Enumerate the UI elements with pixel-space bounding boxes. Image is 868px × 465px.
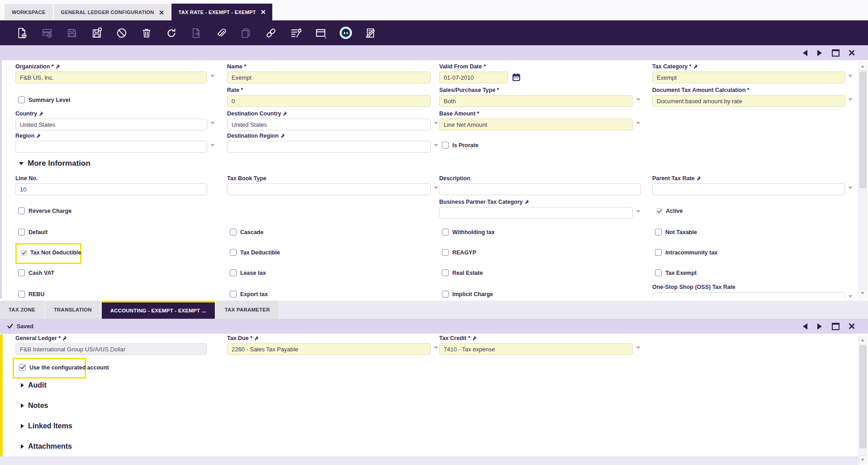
lease-tax-checkbox[interactable] bbox=[230, 269, 237, 276]
scroll-down-icon[interactable] bbox=[859, 289, 866, 297]
checkbox-intracommunity-tax[interactable]: Intracommunity tax bbox=[655, 249, 717, 256]
link-icon[interactable] bbox=[473, 336, 478, 341]
scroll-up-icon[interactable] bbox=[859, 62, 866, 71]
tab-tax-parameter[interactable]: TAX PARAMETER bbox=[216, 301, 279, 319]
link-button[interactable] bbox=[264, 26, 278, 40]
scroll-down-icon[interactable] bbox=[859, 455, 866, 464]
sales-purchase-picker-icon[interactable] bbox=[636, 98, 640, 101]
checkbox-implicit-charge[interactable]: Implicit Charge bbox=[442, 291, 493, 297]
oss-tax-rate-input[interactable] bbox=[652, 292, 845, 299]
link-icon[interactable] bbox=[37, 134, 42, 139]
section-audit[interactable]: Audit bbox=[21, 381, 47, 389]
upper-scrollbar[interactable] bbox=[859, 62, 867, 297]
checkbox-summary-level[interactable]: Summary Level bbox=[18, 96, 70, 103]
close-form-icon[interactable] bbox=[849, 50, 854, 56]
name-input[interactable]: Exempt bbox=[227, 72, 431, 83]
preferences-button[interactable] bbox=[289, 26, 303, 40]
scrollbar-thumb[interactable] bbox=[860, 72, 866, 188]
tax-deductible-checkbox[interactable] bbox=[230, 249, 237, 256]
implicit-charge-checkbox[interactable] bbox=[442, 291, 449, 297]
destination-region-input[interactable] bbox=[227, 141, 431, 153]
checkbox-tax-exempt[interactable]: Tax Exempt bbox=[655, 269, 697, 276]
not-taxable-checkbox[interactable] bbox=[655, 229, 662, 235]
scrollbar-thumb[interactable] bbox=[860, 345, 866, 448]
tab-tax-rate[interactable]: TAX RATE - EXEMPT - EXEMPT bbox=[171, 4, 272, 20]
tab-accounting[interactable]: ACCOUNTING - EXEMPT - EXEMPT ... bbox=[102, 301, 215, 319]
close-tab-icon[interactable] bbox=[261, 10, 265, 14]
doc-tax-calc-input[interactable]: Document based amount by rate bbox=[652, 95, 845, 107]
checkbox-use-configurated-account[interactable]: Use the configurated account bbox=[19, 364, 109, 371]
valid-from-date-input[interactable]: 01-07-2010 bbox=[439, 72, 508, 83]
is-prorate-checkbox[interactable] bbox=[442, 142, 449, 149]
lower-scrollbar[interactable] bbox=[859, 336, 867, 464]
country-picker-icon[interactable] bbox=[210, 122, 215, 125]
checkbox-active[interactable]: Active bbox=[656, 208, 683, 214]
checkbox-export-tax[interactable]: Export tax bbox=[230, 291, 268, 297]
tax-not-deductible-checkbox[interactable] bbox=[21, 250, 27, 256]
sales-purchase-type-input[interactable]: Both bbox=[439, 95, 633, 107]
rebu-checkbox[interactable] bbox=[18, 291, 25, 297]
scroll-up-icon[interactable] bbox=[859, 336, 866, 345]
destination-region-picker-icon[interactable] bbox=[434, 144, 438, 147]
doc-tax-calc-picker-icon[interactable] bbox=[848, 98, 853, 101]
reagyp-checkbox[interactable] bbox=[442, 249, 449, 256]
intracommunity-tax-checkbox[interactable] bbox=[655, 249, 662, 256]
export-button[interactable] bbox=[190, 26, 203, 40]
tax-book-type-input[interactable] bbox=[227, 183, 431, 195]
oss-tax-rate-picker-icon[interactable] bbox=[848, 295, 853, 298]
checkbox-real-estate[interactable]: Real Estate bbox=[442, 269, 483, 276]
parent-tax-rate-picker-icon[interactable] bbox=[848, 187, 853, 189]
maximize-icon[interactable] bbox=[832, 49, 840, 57]
organization-input[interactable]: F&B US, Inc. bbox=[15, 72, 207, 83]
checkbox-default[interactable]: Default bbox=[18, 229, 47, 235]
tax-due-input[interactable]: 2260 - Sales Tax Payable bbox=[227, 343, 431, 355]
link-icon[interactable] bbox=[39, 111, 44, 116]
previous-record-icon[interactable] bbox=[803, 50, 807, 56]
real-estate-checkbox[interactable] bbox=[442, 269, 449, 276]
tax-credit-picker-icon[interactable] bbox=[636, 346, 640, 349]
organization-picker-icon[interactable] bbox=[210, 75, 215, 77]
calendar-icon[interactable] bbox=[512, 73, 521, 83]
clone-button[interactable] bbox=[239, 26, 253, 40]
rate-input[interactable]: 0 bbox=[227, 95, 431, 107]
export-tax-checkbox[interactable] bbox=[230, 291, 237, 297]
tab-general-ledger-configuration[interactable]: GENERAL LEDGER CONFIGURATION bbox=[54, 4, 171, 20]
section-notes[interactable]: Notes bbox=[21, 402, 48, 410]
base-amount-picker-icon[interactable] bbox=[636, 122, 640, 125]
region-picker-icon[interactable] bbox=[210, 144, 215, 147]
tab-tax-zone[interactable]: TAX ZONE bbox=[0, 301, 44, 319]
tax-book-type-picker-icon[interactable] bbox=[434, 187, 438, 189]
checkbox-withholding-tax[interactable]: Withholding tax bbox=[442, 229, 495, 235]
next-record-icon[interactable] bbox=[817, 50, 822, 56]
country-input[interactable]: United States bbox=[15, 119, 207, 130]
delete-button[interactable] bbox=[140, 26, 153, 40]
withholding-tax-checkbox[interactable] bbox=[442, 229, 449, 235]
link-icon[interactable] bbox=[281, 134, 286, 139]
destination-country-picker-icon[interactable] bbox=[434, 122, 438, 125]
link-icon[interactable] bbox=[63, 336, 68, 341]
checkbox-reverse-charge[interactable]: Reverse Charge bbox=[18, 207, 71, 214]
close-form-icon[interactable] bbox=[849, 323, 854, 329]
bp-tax-category-picker-icon[interactable] bbox=[636, 210, 640, 213]
checkbox-reagyp[interactable]: REAGYP bbox=[442, 249, 476, 256]
cascade-checkbox[interactable] bbox=[230, 229, 237, 235]
previous-record-icon[interactable] bbox=[803, 323, 807, 330]
use-configurated-account-checkbox[interactable] bbox=[19, 364, 26, 371]
tax-category-input[interactable]: Exempt bbox=[652, 72, 845, 83]
register-button[interactable] bbox=[364, 26, 377, 40]
tab-translation[interactable]: TRANSLATION bbox=[45, 301, 100, 319]
attachment-button[interactable] bbox=[214, 26, 228, 40]
save-button[interactable] bbox=[65, 26, 79, 40]
copilot-button[interactable] bbox=[339, 26, 352, 40]
link-icon[interactable] bbox=[697, 176, 702, 181]
parent-tax-rate-input[interactable] bbox=[652, 183, 845, 195]
section-linked-items[interactable]: Linked Items bbox=[21, 422, 72, 430]
link-icon[interactable] bbox=[694, 64, 699, 69]
base-amount-input[interactable]: Line Net Amount bbox=[439, 119, 633, 130]
summary-level-checkbox[interactable] bbox=[18, 96, 25, 103]
checkbox-rebu[interactable]: REBU bbox=[18, 291, 44, 297]
tax-due-picker-icon[interactable] bbox=[434, 346, 438, 349]
cash-vat-checkbox[interactable] bbox=[18, 269, 25, 276]
active-checkbox[interactable] bbox=[656, 208, 662, 214]
checkbox-not-taxable[interactable]: Not Taxable bbox=[655, 229, 697, 235]
